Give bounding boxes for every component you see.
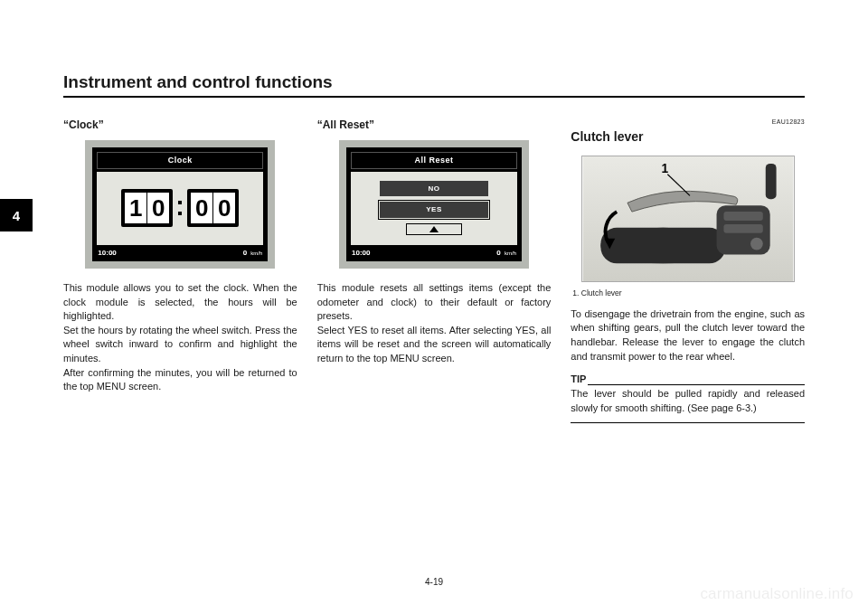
clock-display-title: Clock [97, 152, 263, 169]
eau-code: EAU12823 [571, 118, 805, 127]
tip-block: TIP The lever should be pulled rapidly a… [571, 373, 805, 423]
clock-minute-digit: 0 [213, 193, 235, 223]
allreset-option-yes: YES [380, 202, 488, 217]
clock-hour-digit: 1 [125, 193, 146, 223]
allreset-option-no: NO [380, 181, 488, 196]
photo-callout-label: 1 [661, 162, 668, 175]
watermark: carmanualsonline.info [700, 585, 854, 603]
triangle-up-icon [429, 226, 439, 232]
photo-caption: 1. Clutch lever [572, 288, 805, 298]
clutch-paragraph: To disengage the drivetrain from the eng… [571, 307, 805, 364]
allreset-paragraph: This module resets all settings items (e… [317, 281, 552, 324]
svg-point-6 [750, 238, 763, 250]
clock-minutes-group: 0 0 [187, 189, 239, 227]
clock-hour-digit: 0 [147, 193, 169, 223]
status-time: 10:00 [352, 248, 370, 258]
allreset-display-frame: All Reset NO YES 10:00 0 [339, 140, 529, 269]
clock-display-body: 1 0 0 0 [97, 172, 263, 245]
content-columns: “Clock” Clock 1 0 0 0 [63, 118, 805, 423]
status-time: 10:00 [98, 248, 116, 258]
clock-hours-group: 1 0 [121, 189, 173, 227]
tip-heading: TIP [571, 373, 586, 387]
clock-colon-icon [176, 201, 184, 215]
status-speed: 0 km/h [243, 248, 263, 258]
allreset-subhead: “All Reset” [317, 118, 552, 133]
allreset-display-title: All Reset [351, 152, 517, 169]
clock-display-frame: Clock 1 0 0 0 [85, 140, 275, 269]
tip-end-rule-icon [571, 422, 805, 423]
clock-paragraph: This module allows you to set the clock.… [63, 281, 297, 324]
svg-rect-5 [723, 224, 762, 233]
manual-page: Instrument and control functions 4 “Cloc… [0, 0, 868, 614]
chapter-tab: 4 [0, 199, 33, 231]
clutch-lever-title: Clutch lever [571, 128, 805, 146]
allreset-display: All Reset NO YES 10:00 0 [346, 147, 522, 261]
svg-rect-4 [723, 212, 762, 221]
clutch-lever-photo: 1 [581, 156, 795, 282]
allreset-status-bar: 10:00 0 km/h [346, 245, 522, 261]
column-clock: “Clock” Clock 1 0 0 0 [63, 118, 297, 423]
clock-paragraph: Set the hours by rotating the wheel swit… [63, 324, 297, 366]
svg-rect-2 [600, 228, 725, 263]
tip-body: The lever should be pulled rapidly and r… [571, 387, 805, 415]
clock-subhead: “Clock” [63, 118, 297, 133]
column-all-reset: “All Reset” All Reset NO YES [317, 118, 552, 423]
clock-face: 1 0 0 0 [97, 172, 263, 245]
page-number: 4-19 [425, 577, 443, 587]
column-clutch-lever: EAU12823 Clutch lever [571, 118, 805, 423]
clock-minute-digit: 0 [191, 193, 212, 223]
clock-display: Clock 1 0 0 0 [92, 147, 268, 261]
status-speed: 0 km/h [496, 248, 516, 258]
allreset-options: NO YES [351, 172, 517, 245]
svg-rect-9 [765, 164, 776, 199]
allreset-display-body: NO YES [351, 172, 517, 245]
page-title: Instrument and control functions [63, 72, 805, 98]
clock-paragraph: After confirming the minutes, you will b… [63, 366, 297, 394]
allreset-indicator [406, 223, 462, 235]
clock-status-bar: 10:00 0 km/h [92, 245, 268, 261]
allreset-paragraph: Select YES to reset all items. After sel… [317, 324, 552, 366]
tip-rule-icon [588, 384, 805, 385]
